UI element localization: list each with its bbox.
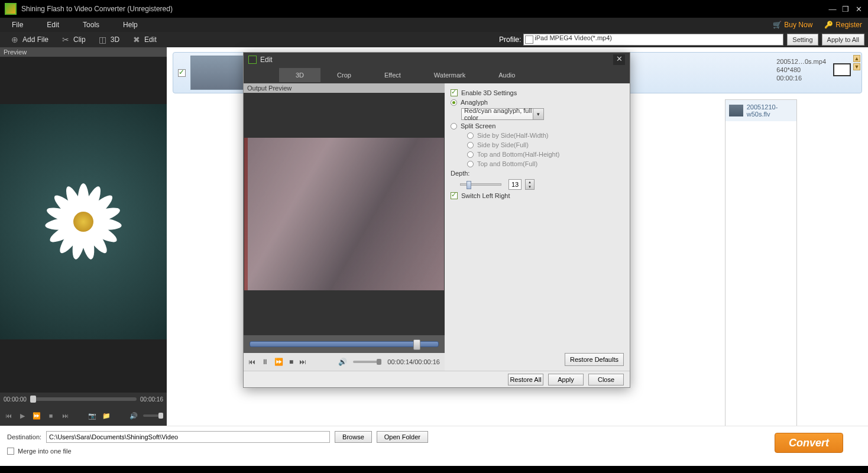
edit-preview-pane: Output Preview ⏮ ⏸ ⏩ ■ ⏭ 🔊 00:00:14/00:0…	[244, 83, 445, 371]
key-icon: 🔑	[824, 21, 833, 29]
close-button[interactable]: Close	[588, 374, 624, 385]
tab-3d[interactable]: 3D	[279, 68, 320, 82]
preview-timeline: 00:00:00 00:00:16	[0, 393, 167, 406]
preview-image	[0, 104, 167, 339]
profile-select[interactable]: iPad MPEG4 Video(*.mp4)	[523, 34, 783, 46]
stop-icon[interactable]: ■	[46, 411, 56, 420]
edit-close-button[interactable]: ✕	[613, 54, 625, 65]
edit-tabs: 3D Crop Effect Watermark Audio	[244, 67, 630, 83]
depth-spinner[interactable]: ▲▼	[525, 179, 535, 190]
anaglyph-preview-image	[244, 138, 444, 290]
edit-dialog-title: Edit	[260, 56, 273, 64]
destination-label: Destination:	[7, 433, 41, 440]
prev-icon[interactable]: ⏮	[4, 411, 13, 420]
tab-watermark[interactable]: Watermark	[417, 68, 482, 82]
wrench-icon: ✖	[131, 34, 142, 45]
profile-format-icon	[525, 35, 533, 44]
video-scrubber	[244, 335, 445, 353]
convert-button[interactable]: Convert	[775, 433, 843, 453]
apply-button[interactable]: Apply	[548, 374, 584, 385]
dlg-prev-icon[interactable]: ⏮	[248, 358, 255, 366]
split-screen-label: Split Screen	[461, 122, 495, 129]
dlg-fwd-icon[interactable]: ⏩	[274, 358, 283, 366]
depth-slider[interactable]	[460, 183, 501, 186]
menu-tools[interactable]: Tools	[71, 21, 111, 29]
anaglyph-mode-select[interactable]: Red/cyan anaglyph, full color▾	[461, 108, 544, 120]
menu-file[interactable]: File	[0, 21, 35, 29]
browse-button[interactable]: Browse	[335, 431, 372, 443]
output-format-icon	[833, 63, 851, 76]
restore-defaults-button[interactable]: Restore Defaults	[565, 353, 624, 366]
reorder-arrows: ▲ ▼	[853, 55, 860, 70]
preview-seek-slider[interactable]	[30, 397, 137, 401]
fastfwd-icon[interactable]: ⏩	[32, 411, 41, 420]
profile-label: Profile:	[499, 35, 521, 44]
tab-audio[interactable]: Audio	[482, 68, 532, 82]
anaglyph-radio[interactable]	[451, 99, 457, 106]
dlg-pause-icon[interactable]: ⏸	[261, 358, 268, 366]
tb-half-radio	[467, 151, 474, 158]
dlg-next-icon[interactable]: ⏭	[299, 358, 306, 366]
menu-help[interactable]: Help	[111, 21, 150, 29]
side-filename: 20051210-w50s.flv	[747, 103, 793, 118]
merge-label: Merge into one file	[18, 448, 72, 455]
merge-checkbox[interactable]	[7, 448, 14, 455]
enable-3d-checkbox[interactable]	[451, 89, 458, 96]
depth-input[interactable]	[509, 179, 522, 190]
play-icon[interactable]: ▶	[18, 411, 27, 420]
move-down-button[interactable]: ▼	[853, 63, 860, 70]
switch-lr-checkbox[interactable]	[451, 192, 458, 199]
side-list-item[interactable]: 20051210-w50s.flv	[726, 100, 796, 121]
3d-button[interactable]: ◫3D	[92, 34, 125, 45]
preview-panel: Preview 00:00:00 00:00:16 ⏮ ▶ ⏩ ■	[0, 47, 167, 426]
file-checkbox[interactable]	[178, 69, 186, 77]
app-logo-icon	[5, 3, 17, 15]
menu-edit[interactable]: Edit	[35, 21, 71, 29]
anaglyph-label: Anaglyph	[461, 99, 488, 106]
file-duration: 00:00:16	[776, 74, 826, 82]
edit-button[interactable]: ✖Edit	[125, 34, 163, 45]
volume-icon[interactable]: 🔊	[129, 411, 138, 420]
edit-dialog: Edit ✕ 3D Crop Effect Watermark Audio Ou…	[243, 52, 630, 388]
tab-effect[interactable]: Effect	[368, 68, 417, 82]
file-info: 200512…0s.mp4 640*480 00:00:16	[776, 57, 826, 82]
switch-lr-label: Switch Left Right	[461, 192, 510, 199]
folder-icon[interactable]: 📁	[102, 411, 111, 420]
maximize-icon[interactable]: ❐	[841, 4, 850, 14]
edit-dialog-footer: Restore All Apply Close	[244, 371, 630, 387]
scissors-icon: ✂	[60, 34, 71, 45]
tab-crop[interactable]: Crop	[320, 68, 368, 82]
snapshot-icon[interactable]: 📷	[88, 411, 97, 420]
open-folder-button[interactable]: Open Folder	[377, 431, 428, 443]
split-screen-radio[interactable]	[451, 123, 457, 129]
buy-now-link[interactable]: 🛒Buy Now	[767, 21, 818, 29]
dlg-stop-icon[interactable]: ■	[289, 358, 293, 366]
apply-to-all-button[interactable]: Apply to All	[822, 34, 864, 46]
restore-all-button[interactable]: Restore All	[508, 374, 543, 385]
destination-input[interactable]	[46, 431, 330, 443]
add-file-button[interactable]: ⊕Add File	[4, 34, 54, 45]
dlg-volume-icon[interactable]: 🔊	[338, 358, 347, 366]
flower-icon	[42, 180, 125, 263]
tb-full-radio	[467, 161, 474, 167]
scrub-track[interactable]	[250, 341, 439, 347]
sbs-full-radio	[467, 142, 474, 148]
chevron-down-icon: ▾	[533, 109, 543, 119]
register-link[interactable]: 🔑Register	[818, 21, 868, 29]
minimize-icon[interactable]: —	[828, 4, 837, 14]
window-title: Shining Flash to Video Converter (Unregi…	[21, 5, 173, 13]
volume-slider[interactable]	[143, 414, 163, 417]
cart-icon: 🛒	[773, 21, 782, 29]
file-thumbnail	[190, 56, 245, 90]
clip-button[interactable]: ✂Clip	[54, 34, 92, 45]
close-window-icon[interactable]: ✕	[854, 4, 863, 14]
dlg-volume-slider[interactable]	[353, 361, 381, 363]
edit-options-pane: Enable 3D Settings Anaglyph Red/cyan ana…	[445, 83, 630, 371]
toolbar: ⊕Add File ✂Clip ◫3D ✖Edit Profile: iPad …	[0, 32, 868, 47]
move-up-button[interactable]: ▲	[853, 55, 860, 62]
menubar: File Edit Tools Help 🛒Buy Now 🔑Register	[0, 18, 868, 32]
setting-button[interactable]: Setting	[787, 34, 818, 46]
file-name: 200512…0s.mp4	[776, 57, 826, 66]
next-icon[interactable]: ⏭	[60, 411, 70, 420]
side-file-list: 20051210-w50s.flv	[725, 99, 797, 435]
